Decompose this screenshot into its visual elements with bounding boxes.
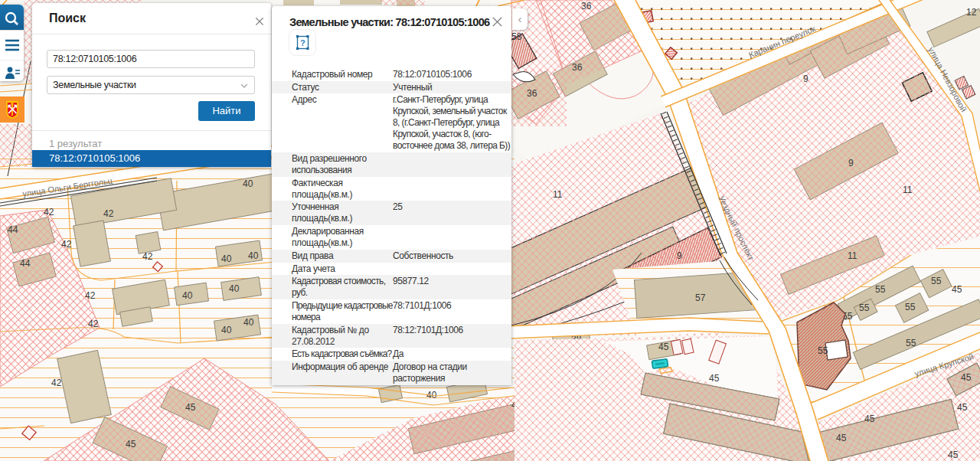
svg-text:44: 44 (8, 224, 18, 235)
svg-text:45: 45 (957, 402, 968, 413)
svg-text:45: 45 (709, 373, 720, 384)
svg-text:44: 44 (20, 258, 31, 269)
svg-text:42: 42 (51, 378, 62, 388)
svg-text:12: 12 (966, 7, 977, 18)
svg-text:55: 55 (859, 302, 870, 313)
svg-text:40: 40 (248, 250, 259, 261)
svg-text:40: 40 (221, 325, 232, 335)
svg-text:42: 42 (142, 251, 153, 262)
svg-text:45: 45 (952, 284, 962, 295)
svg-text:40: 40 (182, 290, 193, 301)
svg-text:45: 45 (948, 450, 959, 460)
svg-text:36: 36 (581, 1, 592, 11)
svg-text:11: 11 (848, 250, 858, 261)
svg-text:9: 9 (848, 158, 854, 168)
svg-text:42: 42 (85, 290, 96, 301)
svg-text:55: 55 (875, 284, 886, 295)
svg-text:42: 42 (103, 208, 114, 219)
svg-text:42: 42 (61, 239, 72, 250)
svg-text:36: 36 (572, 62, 583, 73)
svg-text:40: 40 (221, 253, 232, 264)
svg-text:42: 42 (88, 319, 99, 329)
svg-text:55: 55 (818, 345, 828, 356)
svg-text:9: 9 (803, 74, 808, 84)
svg-text:45: 45 (658, 342, 669, 352)
svg-text:40: 40 (229, 283, 240, 294)
svg-text:40: 40 (243, 178, 253, 189)
svg-text:45: 45 (961, 372, 972, 383)
svg-text:?: ? (300, 38, 305, 47)
svg-text:42: 42 (44, 207, 54, 217)
svg-text:55: 55 (905, 302, 916, 312)
svg-text:40: 40 (243, 317, 254, 328)
svg-text:45: 45 (126, 439, 136, 450)
svg-text:11: 11 (903, 185, 913, 195)
svg-text:55: 55 (906, 338, 916, 348)
svg-text:45: 45 (864, 414, 875, 424)
svg-text:9: 9 (677, 250, 682, 261)
svg-text:57: 57 (695, 293, 706, 303)
svg-text:36: 36 (527, 88, 537, 99)
svg-text:55: 55 (931, 276, 942, 286)
svg-text:45: 45 (836, 433, 847, 443)
svg-text:45: 45 (185, 402, 196, 413)
svg-text:11: 11 (553, 189, 563, 200)
svg-text:58: 58 (511, 31, 522, 42)
